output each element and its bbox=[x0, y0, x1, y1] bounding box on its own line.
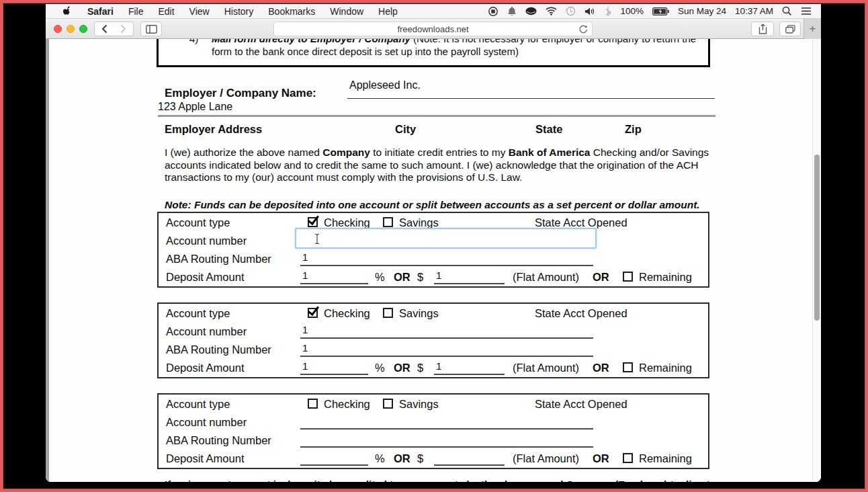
minimize-window-button[interactable] bbox=[67, 25, 75, 33]
sidebar-toggle-button[interactable] bbox=[140, 22, 162, 36]
pdf-form: 4)Mail form directly to Employer / Compa… bbox=[46, 39, 821, 482]
employer-name-value[interactable]: Appleseed Inc. bbox=[349, 79, 421, 91]
deposit-flat-field[interactable]: 1 bbox=[434, 270, 505, 284]
browser-toolbar: freedownloads.net + bbox=[46, 19, 821, 39]
remaining-checkbox[interactable] bbox=[623, 272, 633, 282]
clipped-bottom-text: If an incorrect amount is deposited or c… bbox=[165, 479, 712, 482]
web-page: 4)Mail form directly to Employer / Compa… bbox=[46, 39, 821, 482]
battery-icon[interactable] bbox=[652, 7, 669, 15]
or-label: OR bbox=[593, 362, 609, 374]
or-label: OR bbox=[593, 271, 609, 284]
zoom-window-button[interactable] bbox=[79, 25, 87, 33]
time-machine-icon[interactable] bbox=[566, 6, 576, 16]
employer-name-label: Employer / Company Name: bbox=[165, 87, 316, 100]
notification-bell-icon[interactable] bbox=[507, 6, 517, 16]
state-acct-opened-label: State Acct Opened bbox=[535, 398, 627, 411]
apple-menu-icon[interactable] bbox=[55, 6, 80, 16]
column-employer-address: Employer Address bbox=[165, 123, 262, 136]
savings-checkbox[interactable] bbox=[383, 399, 393, 409]
instruction-number: 4) bbox=[189, 39, 198, 45]
deposit-amount-label: Deposit Amount bbox=[166, 362, 244, 374]
page-scrollbar[interactable] bbox=[812, 39, 821, 482]
or-label: OR bbox=[394, 271, 410, 284]
safari-window: freedownloads.net + 4)Mail form directly… bbox=[46, 19, 821, 482]
share-button[interactable] bbox=[751, 22, 774, 36]
back-button[interactable] bbox=[94, 22, 114, 36]
deposit-percent-field[interactable]: 1 bbox=[300, 360, 368, 375]
menu-history[interactable]: History bbox=[217, 6, 261, 17]
percent-sign: % bbox=[375, 271, 385, 284]
checking-checkbox[interactable] bbox=[308, 399, 318, 409]
deposit-flat-field[interactable]: 1 bbox=[434, 360, 505, 375]
text-cursor-icon bbox=[314, 233, 320, 245]
remaining-label: Remaining bbox=[639, 362, 692, 374]
address-bar[interactable]: freedownloads.net bbox=[273, 22, 593, 36]
account-number-label: Account number bbox=[166, 325, 247, 338]
menubar-time[interactable]: 10:37 AM bbox=[735, 6, 773, 16]
spotlight-icon[interactable] bbox=[782, 6, 792, 16]
savings-label: Savings bbox=[399, 307, 439, 320]
or-label: OR bbox=[394, 362, 410, 374]
account-type-label: Account type bbox=[166, 307, 230, 320]
remaining-checkbox[interactable] bbox=[623, 453, 633, 463]
app-status-icon[interactable] bbox=[525, 7, 537, 15]
screen-record-icon[interactable] bbox=[488, 6, 498, 17]
remaining-checkbox[interactable] bbox=[623, 362, 633, 372]
volume-icon[interactable] bbox=[584, 7, 596, 16]
column-zip: Zip bbox=[625, 123, 642, 136]
savings-checkbox[interactable] bbox=[383, 217, 393, 227]
notification-center-icon[interactable] bbox=[801, 7, 812, 15]
employer-name-underline bbox=[347, 98, 715, 99]
flat-amount-label: (Flat Amount) bbox=[513, 271, 579, 284]
account-number-field[interactable] bbox=[300, 415, 593, 429]
menu-edit[interactable]: Edit bbox=[150, 6, 181, 17]
menu-file[interactable]: File bbox=[121, 6, 151, 17]
aba-routing-label: ABA Routing Number bbox=[166, 434, 271, 447]
column-state: State bbox=[535, 123, 562, 136]
menu-bookmarks[interactable]: Bookmarks bbox=[261, 6, 322, 17]
checking-label: Checking bbox=[324, 307, 370, 320]
deposit-flat-field[interactable] bbox=[434, 451, 505, 466]
aba-routing-field[interactable]: 1 bbox=[300, 342, 593, 357]
aba-routing-field[interactable] bbox=[300, 433, 593, 448]
new-tab-button[interactable]: + bbox=[804, 19, 821, 39]
aba-routing-label: ABA Routing Number bbox=[166, 253, 271, 265]
menubar-date[interactable]: Sun May 24 bbox=[678, 6, 726, 16]
wifi-icon[interactable] bbox=[546, 7, 557, 15]
menu-help[interactable]: Help bbox=[371, 6, 405, 17]
deposit-percent-field[interactable]: 1 bbox=[300, 270, 368, 284]
checking-checkbox[interactable] bbox=[308, 217, 318, 227]
forward-button[interactable] bbox=[114, 22, 134, 36]
percent-sign: % bbox=[375, 362, 385, 374]
percent-sign: % bbox=[375, 452, 385, 465]
account-type-label: Account type bbox=[166, 398, 230, 411]
bluetooth-icon[interactable] bbox=[605, 6, 611, 16]
section-divider bbox=[158, 115, 715, 117]
aba-routing-field[interactable]: 1 bbox=[300, 251, 593, 266]
account-box-2: Account type Checking Savings State Acct… bbox=[157, 302, 709, 378]
instruction-title: Mail form directly to Employer / Company bbox=[212, 39, 410, 44]
account-number-label: Account number bbox=[166, 416, 247, 429]
column-city: City bbox=[395, 123, 416, 136]
checking-checkbox[interactable] bbox=[308, 308, 318, 318]
employer-address-value[interactable]: 123 Apple Lane bbox=[158, 101, 232, 113]
menu-window[interactable]: Window bbox=[322, 6, 371, 17]
account-number-field[interactable]: 1 bbox=[300, 324, 593, 339]
close-window-button[interactable] bbox=[54, 25, 62, 33]
menu-view[interactable]: View bbox=[182, 6, 217, 17]
reload-icon[interactable] bbox=[578, 24, 588, 34]
flat-amount-label: (Flat Amount) bbox=[513, 452, 579, 465]
savings-checkbox[interactable] bbox=[383, 308, 393, 318]
or-label: OR bbox=[394, 452, 410, 465]
dollar-sign: $ bbox=[417, 452, 423, 465]
tab-overview-button[interactable] bbox=[779, 22, 801, 36]
deposit-amount-label: Deposit Amount bbox=[166, 452, 244, 465]
menu-safari[interactable]: Safari bbox=[80, 6, 121, 17]
savings-label: Savings bbox=[399, 398, 439, 411]
flat-amount-label: (Flat Amount) bbox=[513, 362, 579, 374]
scrollbar-thumb[interactable] bbox=[814, 155, 820, 321]
remaining-label: Remaining bbox=[639, 452, 692, 465]
account-number-field-focused[interactable] bbox=[295, 228, 597, 249]
dollar-sign: $ bbox=[417, 362, 423, 374]
deposit-percent-field[interactable] bbox=[300, 451, 368, 466]
